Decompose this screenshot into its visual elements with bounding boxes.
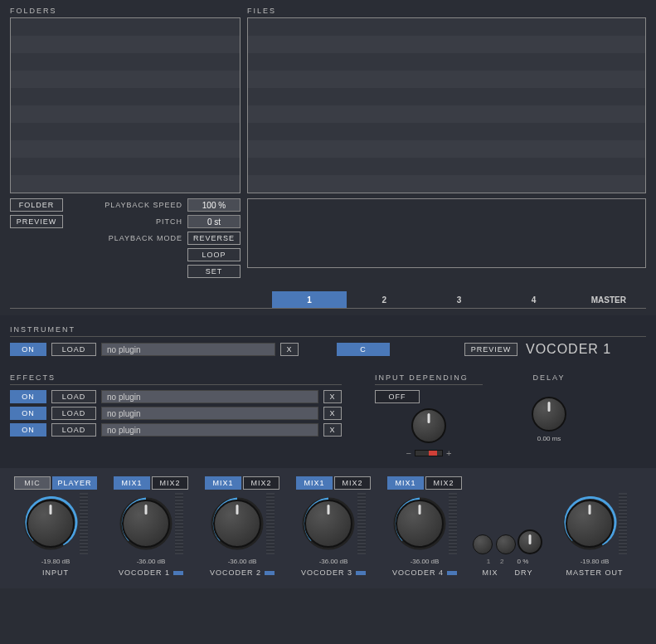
delay-value: 0.00 ms [537, 435, 561, 442]
voc1-led [173, 571, 183, 575]
tab-4[interactable]: 4 [497, 291, 571, 308]
pitch-label: PITCH [86, 217, 182, 226]
files-label: FILES [247, 7, 646, 15]
input-channel-label: INPUT [42, 568, 69, 577]
instrument-plugin-slot[interactable]: no plugin [101, 343, 275, 356]
input-meter [80, 493, 88, 554]
tab-master[interactable]: MASTER [571, 291, 646, 308]
playback-mode-label: PLAYBACK MODE [86, 234, 182, 242]
preview-button[interactable]: PREVIEW [10, 215, 63, 228]
input-depending-label: INPUT DEPENDING [375, 373, 483, 382]
pitch-value[interactable]: 0 st [187, 215, 241, 228]
tab-2[interactable]: 2 [347, 291, 421, 308]
dry-label: DRY [515, 568, 533, 577]
delay-knob[interactable] [532, 397, 566, 432]
fx3-plugin-slot[interactable]: no plugin [101, 423, 318, 437]
master-db: -19.80 dB [581, 558, 610, 565]
input-depending-indicator: −+ [406, 448, 452, 458]
voc3-mix1-button[interactable]: MIX1 [296, 476, 333, 490]
master-gain-knob[interactable] [566, 500, 614, 548]
folders-list[interactable] [10, 17, 241, 193]
dry-value: 0 % [518, 558, 529, 565]
fx2-on-button[interactable]: ON [10, 407, 46, 420]
fx2-load-button[interactable]: LOAD [51, 407, 96, 420]
fx3-clear-button[interactable]: X [323, 423, 342, 437]
instrument-preview-button[interactable]: PREVIEW [464, 343, 518, 356]
voc3-led [356, 571, 366, 575]
loop-button[interactable]: LOOP [187, 248, 241, 261]
dry-knob[interactable] [518, 529, 542, 554]
fx2-clear-button[interactable]: X [323, 407, 342, 420]
tab-3[interactable]: 3 [421, 291, 496, 308]
vocoder-title: VOCODER 1 [526, 342, 611, 357]
voc2-mix2-button[interactable]: MIX2 [243, 476, 279, 490]
fx3-load-button[interactable]: LOAD [51, 423, 96, 437]
voc2-meter [266, 493, 275, 554]
tab-1[interactable]: 1 [272, 291, 347, 308]
waveform-display[interactable] [247, 198, 646, 268]
folder-button[interactable]: FOLDER [10, 198, 63, 212]
voc4-mix2-button[interactable]: MIX2 [425, 476, 462, 490]
voc4-gain-knob[interactable] [396, 500, 444, 548]
playback-speed-label: PLAYBACK SPEED [86, 201, 182, 209]
files-list[interactable] [247, 17, 646, 193]
voc2-db: -36.00 dB [228, 558, 257, 565]
reverse-button[interactable]: REVERSE [187, 232, 241, 245]
mix-label: MIX [483, 568, 498, 577]
voc3-mix2-button[interactable]: MIX2 [334, 476, 371, 490]
mix-num-1: 1 [487, 558, 490, 565]
voc3-meter [357, 493, 366, 554]
fx1-on-button[interactable]: ON [10, 390, 46, 403]
rootnote-selector[interactable]: C [337, 343, 390, 356]
voc2-mix1-button[interactable]: MIX1 [205, 476, 241, 490]
voc1-mix1-button[interactable]: MIX1 [114, 476, 150, 490]
input-depending-off-button[interactable]: OFF [375, 390, 420, 403]
voc2-gain-knob[interactable] [213, 500, 261, 548]
delay-label: DELAY [499, 373, 599, 382]
voc3-db: -36.00 dB [319, 558, 348, 565]
input-gain-knob[interactable] [27, 500, 75, 548]
fx1-load-button[interactable]: LOAD [51, 390, 96, 403]
mic-button[interactable]: MIC [14, 476, 51, 490]
vocoder-tabs: 1 2 3 4 MASTER [10, 291, 646, 309]
folders-label: FOLDERS [10, 7, 241, 15]
input-depending-knob[interactable] [411, 408, 446, 443]
instrument-load-button[interactable]: LOAD [51, 343, 96, 356]
voc4-meter [449, 493, 457, 554]
voc1-mix2-button[interactable]: MIX2 [152, 476, 188, 490]
voc2-label: VOCODER 2 [210, 568, 261, 577]
instrument-clear-button[interactable]: X [280, 343, 299, 356]
voc4-db: -36.00 dB [411, 558, 440, 565]
instrument-label: INSTRUMENT [10, 325, 646, 334]
voc1-meter [175, 493, 183, 554]
voc4-led [447, 571, 457, 575]
voc1-label: VOCODER 1 [119, 568, 170, 577]
master-label: MASTER OUT [566, 568, 623, 577]
fx3-on-button[interactable]: ON [10, 423, 46, 437]
voc4-label: VOCODER 4 [392, 568, 444, 577]
playback-speed-value[interactable]: 100 % [187, 198, 241, 212]
mix-num-2: 2 [500, 558, 503, 565]
voc2-led [265, 571, 275, 575]
fx1-plugin-slot[interactable]: no plugin [101, 390, 318, 403]
set-button[interactable]: SET [187, 265, 241, 278]
mix1-knob[interactable] [473, 534, 493, 554]
input-db: -19.80 dB [41, 558, 70, 565]
mix2-knob[interactable] [496, 534, 516, 554]
master-meter [619, 493, 627, 554]
instrument-on-button[interactable]: ON [10, 343, 46, 356]
player-button[interactable]: PLAYER [52, 476, 97, 490]
voc1-gain-knob[interactable] [122, 500, 170, 548]
voc1-db: -36.00 dB [137, 558, 166, 565]
fx2-plugin-slot[interactable]: no plugin [101, 407, 318, 420]
voc3-gain-knob[interactable] [304, 500, 352, 548]
voc4-mix1-button[interactable]: MIX1 [387, 476, 424, 490]
voc3-label: VOCODER 3 [301, 568, 352, 577]
fx1-clear-button[interactable]: X [323, 390, 342, 403]
effects-label: EFFECTS [10, 373, 342, 382]
